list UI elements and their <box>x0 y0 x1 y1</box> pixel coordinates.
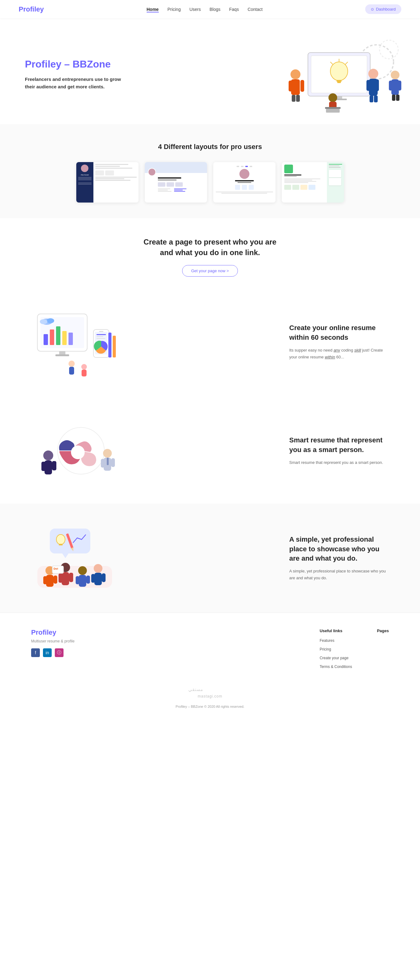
svg-rect-37 <box>50 329 54 345</box>
svg-rect-57 <box>109 332 112 358</box>
cta-line2: and what you do in one link. <box>160 248 260 257</box>
svg-rect-68 <box>111 458 115 467</box>
mastiqi-logo-svg: ﻣﺴﺘﻘﻲ <box>185 685 235 694</box>
layout-card-1[interactable]: Aldo Daniel <box>76 162 139 202</box>
svg-rect-79 <box>43 576 47 584</box>
nav-contact[interactable]: Contact <box>248 7 262 12</box>
svg-rect-25 <box>375 80 379 91</box>
footer-link-pricing[interactable]: Pricing <box>320 647 331 651</box>
navbar: Profiley Home Pricing Users Blogs Faqs C… <box>0 0 420 18</box>
footer-useful-links: Useful links Features Pricing Create you… <box>320 628 352 672</box>
feature3-text: A simple, yet professional place to show… <box>289 535 389 582</box>
footer-copyright: Profiley – BBZone © 2020 All rights rese… <box>31 705 389 708</box>
feature2-title: Smart resume that represent you as a sma… <box>289 436 389 455</box>
nav-links: Home Pricing Users Blogs Faqs Contact <box>147 6 263 12</box>
svg-rect-90 <box>86 576 90 584</box>
svg-point-42 <box>47 318 54 323</box>
lc1-name: Aldo Daniel <box>78 174 91 176</box>
svg-rect-27 <box>374 95 378 102</box>
footer-link-create[interactable]: Create your page <box>320 656 349 660</box>
feature1-text: Create your online resume within 60 seco… <box>289 323 389 361</box>
nav-faqs[interactable]: Faqs <box>229 7 239 12</box>
feature2-svg <box>31 417 118 485</box>
footer-tagline: Multiuser resume & profile <box>31 639 295 643</box>
svg-rect-84 <box>69 573 73 582</box>
useful-links-list: Features Pricing Create your page Terms … <box>320 638 352 669</box>
footer-logo-plain: Pr <box>31 628 38 636</box>
nav-pricing[interactable]: Pricing <box>168 7 181 12</box>
layouts-title: 4 Different layouts for pro users <box>19 143 401 151</box>
svg-rect-63 <box>42 462 46 471</box>
svg-rect-80 <box>54 576 57 584</box>
footer-logo-accent: ofiley <box>38 628 56 636</box>
svg-rect-78 <box>46 575 54 587</box>
logo[interactable]: Profiley <box>19 5 44 13</box>
svg-rect-74 <box>59 544 62 546</box>
feature1-desc: Its supper easy no need any coding skill… <box>289 347 389 361</box>
footer-logo: Profiley <box>31 628 295 636</box>
svg-rect-21 <box>326 109 340 113</box>
svg-point-4 <box>331 62 348 81</box>
svg-rect-49 <box>96 334 106 335</box>
feature1-section: Create your online resume within 60 seco… <box>0 286 420 398</box>
cta-section: Create a page to present who you are and… <box>0 218 420 286</box>
svg-rect-89 <box>76 576 79 584</box>
useful-links-title: Useful links <box>320 628 352 633</box>
svg-point-22 <box>368 69 378 79</box>
mastiqi-watermark: ﻣﺴﺘﻘﻲ mastagi.com <box>31 685 389 698</box>
hero-illustration <box>271 37 395 112</box>
svg-point-18 <box>329 93 337 102</box>
dashboard-label: Dashboard <box>376 7 396 11</box>
layout-card-2[interactable] <box>145 162 207 202</box>
svg-point-61 <box>43 450 53 460</box>
get-page-button[interactable]: Get your page now > <box>182 265 238 277</box>
svg-point-55 <box>81 364 87 370</box>
layout-card-4[interactable] <box>282 162 344 202</box>
logo-accent: ofiley <box>26 5 43 13</box>
layout-card-3[interactable] <box>213 162 276 202</box>
feature1-svg <box>31 305 118 379</box>
feature3-title: A simple, yet professional place to show… <box>289 535 389 563</box>
layouts-section: 4 Different layouts for pro users Aldo D… <box>0 124 420 218</box>
nav-home[interactable]: Home <box>147 7 159 13</box>
svg-rect-30 <box>389 81 392 91</box>
svg-rect-54 <box>69 367 74 375</box>
dashboard-button[interactable]: ⊙ Dashboard <box>365 4 401 14</box>
svg-rect-13 <box>291 80 300 95</box>
svg-text:Do!: Do! <box>54 567 58 570</box>
nav-users[interactable]: Users <box>189 7 201 12</box>
instagram-icon[interactable]: Ⓘ <box>55 648 64 657</box>
footer: Profiley Multiuser resume & profile f in… <box>0 612 420 718</box>
svg-point-28 <box>391 71 399 80</box>
feature3-svg: Do! <box>31 522 118 594</box>
mastiqi-text: mastagi.com <box>31 694 389 698</box>
svg-rect-5 <box>337 80 342 82</box>
svg-rect-50 <box>96 336 103 337</box>
feature3-illustration: Do! <box>31 522 118 594</box>
facebook-icon[interactable]: f <box>31 648 40 657</box>
svg-point-91 <box>94 564 102 573</box>
svg-rect-36 <box>43 334 48 345</box>
feature3-section: Do! A simple, yet professional place to … <box>0 504 420 612</box>
svg-rect-38 <box>56 326 61 345</box>
footer-pages: Pages <box>377 628 389 672</box>
svg-rect-45 <box>56 354 69 356</box>
svg-rect-26 <box>370 95 373 102</box>
svg-rect-15 <box>300 80 304 92</box>
layouts-grid: Aldo Daniel <box>19 162 401 202</box>
hero-svg <box>271 37 407 118</box>
svg-rect-83 <box>59 573 62 583</box>
nav-blogs[interactable]: Blogs <box>209 7 220 12</box>
svg-rect-32 <box>392 95 395 101</box>
footer-socials: f in Ⓘ <box>31 648 295 657</box>
svg-text:ﻣﺴﺘﻘﻲ: ﻣﺴﺘﻘﻲ <box>188 687 203 692</box>
svg-rect-94 <box>102 573 105 582</box>
footer-link-features[interactable]: Features <box>320 638 334 643</box>
dashboard-icon: ⊙ <box>371 7 374 11</box>
svg-rect-24 <box>366 80 370 91</box>
footer-link-terms[interactable]: Terms & Conditions <box>320 665 352 669</box>
svg-point-65 <box>103 449 112 458</box>
footer-grid: Profiley Multiuser resume & profile f in… <box>31 628 389 672</box>
feature2-desc: Smart resume that represent you as a sma… <box>289 459 389 466</box>
linkedin-icon[interactable]: in <box>43 648 52 657</box>
